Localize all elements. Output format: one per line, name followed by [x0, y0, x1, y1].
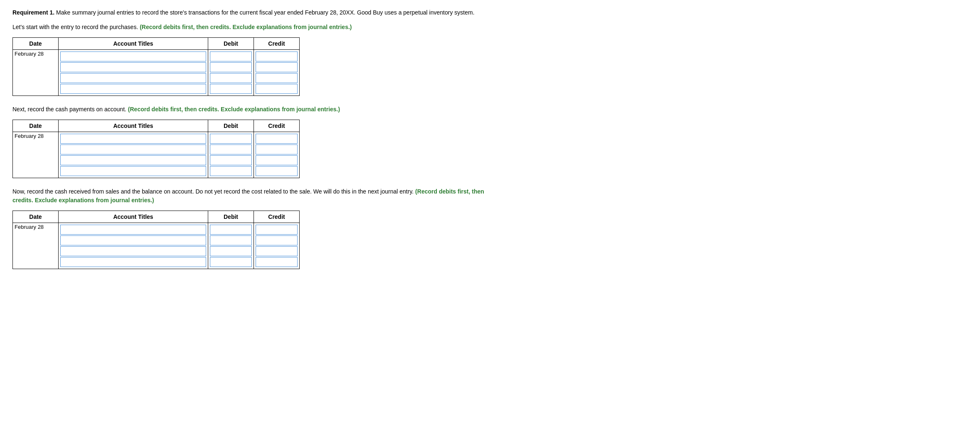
cash-received-credit-input-4[interactable] — [256, 257, 298, 267]
purchases-account-input-1[interactable] — [60, 51, 206, 61]
cash-received-credit-cell — [254, 223, 300, 269]
cash-received-debit-input-3[interactable] — [210, 246, 252, 256]
cash-received-instruction: Now, record the cash received from sales… — [12, 187, 486, 205]
purchases-account-input-3[interactable] — [60, 73, 206, 83]
requirement-text: Requirement 1. Make summary journal entr… — [12, 8, 486, 17]
purchases-green: (Record debits first, then credits. Excl… — [138, 24, 352, 30]
cash-payments-debit-cell — [208, 132, 254, 178]
cash-payments-date: February 28 — [13, 132, 59, 178]
purchases-date: February 28 — [13, 50, 59, 96]
cash-payments-table: Date Account Titles Debit Credit Februar… — [12, 120, 300, 178]
purchases-credit-input-4[interactable] — [256, 84, 298, 94]
cash-received-account-input-3[interactable] — [60, 246, 206, 256]
cash-payments-header-credit: Credit — [254, 120, 300, 132]
cash-received-credit-input-2[interactable] — [256, 235, 298, 245]
cash-payments-credit-input-4[interactable] — [256, 166, 298, 176]
section-purchases: Let's start with the entry to record the… — [12, 23, 486, 96]
cash-payments-row-1: February 28 — [13, 132, 300, 178]
purchases-header-debit: Debit — [208, 38, 254, 50]
cash-payments-account-input-4[interactable] — [60, 166, 206, 176]
cash-received-account-input-2[interactable] — [60, 235, 206, 245]
purchases-header-credit: Credit — [254, 38, 300, 50]
cash-received-header-account: Account Titles — [59, 211, 208, 223]
cash-payments-prefix: Next, record the cash payments on accoun… — [12, 106, 126, 113]
cash-received-header-credit: Credit — [254, 211, 300, 223]
cash-payments-credit-input-1[interactable] — [256, 134, 298, 144]
cash-payments-header-account: Account Titles — [59, 120, 208, 132]
cash-payments-credit-input-3[interactable] — [256, 155, 298, 165]
cash-received-table: Date Account Titles Debit Credit Februar… — [12, 211, 300, 269]
requirement-bold: Requirement 1. — [12, 9, 54, 16]
purchases-instruction: Let's start with the entry to record the… — [12, 23, 486, 32]
cash-received-debit-input-4[interactable] — [210, 257, 252, 267]
purchases-debit-cell — [208, 50, 254, 96]
cash-payments-account-input-2[interactable] — [60, 145, 206, 154]
section-cash-payments: Next, record the cash payments on accoun… — [12, 105, 486, 178]
cash-payments-debit-input-2[interactable] — [210, 145, 252, 154]
cash-received-credit-input-3[interactable] — [256, 246, 298, 256]
cash-payments-account-input-1[interactable] — [60, 134, 206, 144]
purchases-account-input-2[interactable] — [60, 62, 206, 72]
cash-received-credit-input-1[interactable] — [256, 225, 298, 235]
purchases-credit-input-3[interactable] — [256, 73, 298, 83]
purchases-row-1: February 28 — [13, 50, 300, 96]
purchases-debit-input-3[interactable] — [210, 73, 252, 83]
cash-payments-header-debit: Debit — [208, 120, 254, 132]
purchases-account-cell-1 — [59, 50, 208, 96]
section-cash-received: Now, record the cash received from sales… — [12, 187, 486, 269]
cash-payments-header-date: Date — [13, 120, 59, 132]
cash-received-header-date: Date — [13, 211, 59, 223]
cash-received-account-cell — [59, 223, 208, 269]
cash-payments-credit-cell — [254, 132, 300, 178]
cash-payments-instruction: Next, record the cash payments on accoun… — [12, 105, 486, 114]
cash-received-row-1: February 28 — [13, 223, 300, 269]
cash-received-prefix: Now, record the cash received from sales… — [12, 188, 414, 195]
cash-payments-account-cell — [59, 132, 208, 178]
cash-payments-debit-input-3[interactable] — [210, 155, 252, 165]
cash-payments-debit-input-1[interactable] — [210, 134, 252, 144]
cash-received-date: February 28 — [13, 223, 59, 269]
cash-received-debit-input-1[interactable] — [210, 225, 252, 235]
purchases-header-date: Date — [13, 38, 59, 50]
cash-received-account-input-1[interactable] — [60, 225, 206, 235]
purchases-credit-input-2[interactable] — [256, 62, 298, 72]
purchases-table: Date Account Titles Debit Credit Februar… — [12, 37, 300, 96]
purchases-debit-input-1[interactable] — [210, 51, 252, 61]
cash-received-header-debit: Debit — [208, 211, 254, 223]
cash-received-debit-cell — [208, 223, 254, 269]
cash-payments-green: (Record debits first, then credits. Excl… — [126, 106, 340, 113]
requirement-rest: Make summary journal entries to record t… — [54, 9, 474, 16]
cash-payments-account-input-3[interactable] — [60, 155, 206, 165]
cash-received-debit-input-2[interactable] — [210, 235, 252, 245]
cash-payments-debit-input-4[interactable] — [210, 166, 252, 176]
cash-payments-credit-input-2[interactable] — [256, 145, 298, 154]
purchases-debit-input-4[interactable] — [210, 84, 252, 94]
purchases-credit-cell — [254, 50, 300, 96]
purchases-debit-input-2[interactable] — [210, 62, 252, 72]
purchases-credit-input-1[interactable] — [256, 51, 298, 61]
purchases-prefix: Let's start with the entry to record the… — [12, 24, 138, 30]
purchases-header-account: Account Titles — [59, 38, 208, 50]
purchases-account-input-4[interactable] — [60, 84, 206, 94]
cash-received-account-input-4[interactable] — [60, 257, 206, 267]
